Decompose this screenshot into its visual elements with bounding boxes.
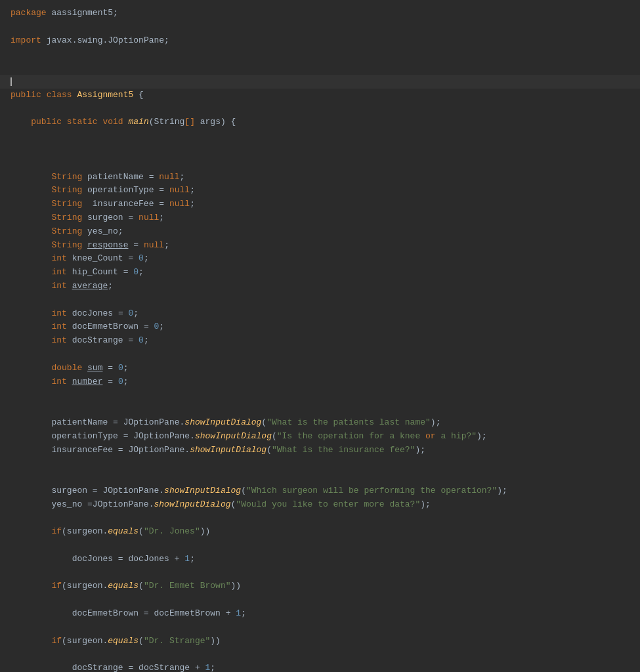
code-line-12 bbox=[0, 157, 640, 171]
code-line-19: int knee_Count = 0; bbox=[0, 252, 640, 266]
code-line-25: int docStrange = 0; bbox=[0, 334, 640, 348]
code-line-11 bbox=[0, 143, 640, 157]
code-line-47: if(surgeon.equals("Dr. Strange")) bbox=[0, 635, 640, 648]
code-line-7: public class Assignment5 { bbox=[0, 89, 640, 102]
code-line-20: int hip_Count = 0; bbox=[0, 266, 640, 280]
code-line-22 bbox=[0, 293, 640, 307]
code-line-21: int average; bbox=[0, 280, 640, 293]
code-line-40 bbox=[0, 539, 640, 553]
code-line-4 bbox=[0, 47, 640, 61]
code-line-30 bbox=[0, 402, 640, 416]
code-line-3: import javax.swing.JOptionPane; bbox=[0, 34, 640, 48]
code-line-13: String patientName = null; bbox=[0, 171, 640, 184]
code-line-15: String insuranceFee = null; bbox=[0, 198, 640, 211]
code-line-34 bbox=[0, 457, 640, 471]
code-line-9: public static void main(String[] args) { bbox=[0, 116, 640, 129]
code-line-43: if(surgeon.equals("Dr. Emmet Brown")) bbox=[0, 579, 640, 593]
code-line-45: docEmmetBrown = docEmmetBrown + 1; bbox=[0, 607, 640, 621]
code-line-41: docJones = docJones + 1; bbox=[0, 553, 640, 566]
code-line-17: String yes_no; bbox=[0, 225, 640, 239]
code-line-5 bbox=[0, 61, 640, 75]
code-line-2 bbox=[0, 20, 640, 34]
code-line-31: patientName = JOptionPane.showInputDialo… bbox=[0, 416, 640, 430]
code-line-16: String surgeon = null; bbox=[0, 211, 640, 225]
code-line-28: int number = 0; bbox=[0, 375, 640, 389]
code-line-39: if(surgeon.equals("Dr. Jones")) bbox=[0, 525, 640, 539]
code-line-18: String response = null; bbox=[0, 239, 640, 253]
code-line-38 bbox=[0, 511, 640, 525]
code-line-23: int docJones = 0; bbox=[0, 307, 640, 321]
code-editor: package aassignment5; import javax.swing… bbox=[0, 0, 640, 672]
code-line-8 bbox=[0, 102, 640, 116]
code-line-14: String operationType = null; bbox=[0, 184, 640, 198]
code-line-10 bbox=[0, 129, 640, 143]
code-line-44 bbox=[0, 593, 640, 607]
code-line-27: double sum = 0; bbox=[0, 362, 640, 375]
code-line-46 bbox=[0, 621, 640, 635]
code-line-42 bbox=[0, 566, 640, 580]
code-line-49: docStrange = docStrange + 1; bbox=[0, 662, 640, 672]
code-line-24: int docEmmetBrown = 0; bbox=[0, 320, 640, 334]
code-line-36: surgeon = JOptionPane.showInputDialog("W… bbox=[0, 484, 640, 498]
code-line-1: package aassignment5; bbox=[0, 7, 640, 20]
code-line-32: operationType = JOptionPane.showInputDia… bbox=[0, 430, 640, 444]
code-line-33: insuranceFee = JOptionPane.showInputDial… bbox=[0, 444, 640, 457]
code-line-6 bbox=[0, 75, 640, 89]
code-line-26 bbox=[0, 348, 640, 362]
code-line-35 bbox=[0, 471, 640, 484]
code-line-48 bbox=[0, 648, 640, 662]
code-line-29 bbox=[0, 388, 640, 402]
code-line-37: yes_no =JOptionPane.showInputDialog("Wou… bbox=[0, 498, 640, 512]
